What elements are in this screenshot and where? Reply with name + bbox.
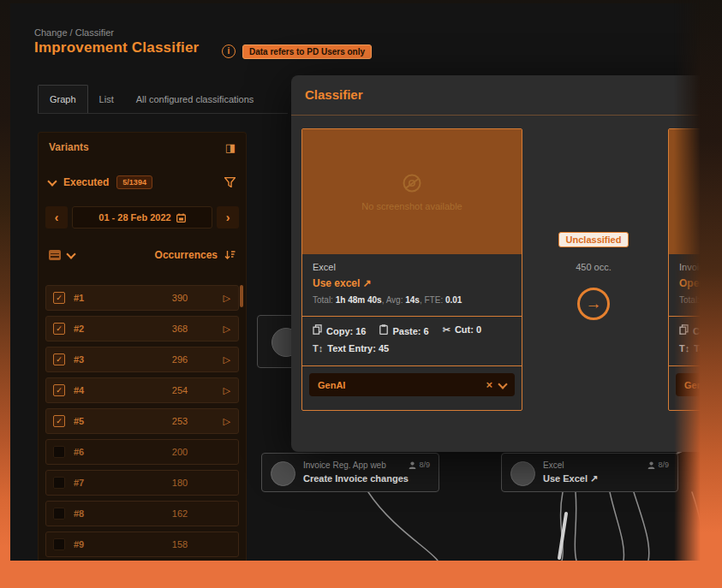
text-entry-icon: T↕ — [679, 343, 689, 353]
node-app-name: Invoice Reg. App web — [303, 460, 386, 470]
classification-select[interactable]: GenAI — [676, 373, 722, 396]
graph-node-invoice[interactable]: Invoice Reg. App web Create Invoice chan… — [261, 453, 439, 492]
card-totals: Total: — [679, 295, 722, 305]
card-info: Invoice Open ↗ Total: — [669, 254, 722, 316]
node-user-count: 8/9 — [647, 460, 669, 469]
modal-title: Classifier — [305, 87, 363, 102]
card-stats: Copy: T↕Text Entry: — [669, 316, 722, 365]
card-totals: Total: 1h 48m 40s, Avg: 14s, FTE: 0.01 — [313, 295, 511, 305]
classification-card-invoice: Invoice Open ↗ Total: Copy: T↕Text Entry… — [668, 128, 722, 411]
screenshot-placeholder — [669, 129, 722, 254]
no-screenshot-icon — [401, 172, 423, 194]
person-icon — [409, 461, 416, 469]
card-info: Excel Use excel ↗ Total: 1h 48m 40s, Avg… — [302, 254, 522, 316]
selected-classification: GenAI — [684, 380, 722, 390]
node-action: Create Invoice changes — [303, 473, 409, 484]
card-action[interactable]: Use excel ↗ — [313, 277, 511, 289]
screenshot-frame: Change / Classifier Improvement Classifi… — [0, 0, 722, 588]
chevron-down-icon[interactable] — [498, 379, 507, 389]
node-user-count: 8/9 — [409, 460, 430, 469]
node-avatar — [271, 461, 295, 486]
paste-icon — [379, 324, 388, 335]
modal-header: Classifier — [291, 75, 722, 116]
unclassified-badge: Unclassified — [558, 232, 630, 247]
occurrence-count-label: 450 occ. — [576, 262, 612, 272]
node-app-name: Excel — [543, 460, 564, 470]
classifier-modal: Classifier No screenshot available Excel… — [291, 75, 722, 452]
no-screenshot-text: No screenshot available — [361, 201, 462, 211]
selected-classification: GenAI — [318, 380, 479, 390]
node-action: Use Excel ↗ — [543, 473, 598, 484]
text-entry-icon: T↕ — [313, 343, 323, 353]
card-stats: Copy: 16 Paste: 6 ✂Cut: 0 T↕Text Entry: … — [302, 316, 522, 365]
unclassified-column: Unclassified 450 occ. → — [546, 232, 641, 320]
arrow-right-button[interactable]: → — [577, 288, 610, 320]
card-dropdown-section: GenAI × — [302, 365, 522, 410]
copy-icon — [313, 324, 322, 335]
person-icon — [647, 461, 655, 469]
classification-select[interactable]: GenAI × — [309, 373, 515, 396]
clear-icon[interactable]: × — [486, 378, 492, 391]
node-avatar — [510, 461, 535, 486]
card-app-name: Excel — [313, 262, 511, 272]
classification-card-excel: No screenshot available Excel Use excel … — [301, 128, 522, 411]
copy-icon — [679, 324, 689, 335]
screenshot-placeholder: No screenshot available — [302, 129, 522, 254]
card-app-name: Invoice — [679, 262, 722, 272]
graph-node-excel[interactable]: Excel Use Excel ↗ 8/9 — [501, 453, 678, 492]
card-dropdown-section: GenAI — [669, 365, 722, 410]
cut-icon: ✂ — [443, 324, 451, 336]
app-window: Change / Classifier Improvement Classifi… — [10, 3, 722, 561]
card-action[interactable]: Open ↗ — [679, 277, 722, 289]
